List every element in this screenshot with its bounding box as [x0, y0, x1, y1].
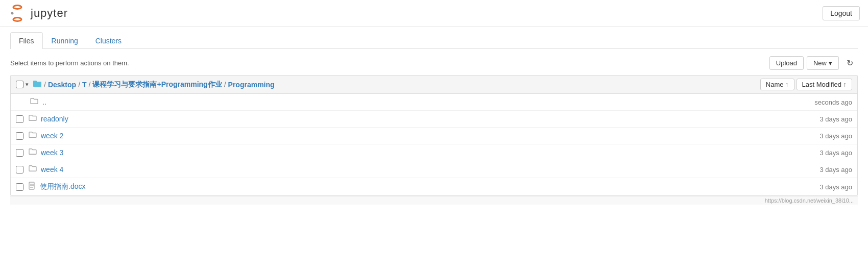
- svg-point-1: [13, 18, 21, 21]
- toolbar-right: Upload New ▾ ↻: [769, 55, 858, 71]
- folder-icon-week3: [29, 148, 37, 157]
- row-checkbox-docx[interactable]: [16, 183, 23, 191]
- file-link-week4[interactable]: week 4: [41, 165, 791, 173]
- breadcrumb-course[interactable]: 课程学习与要求指南+Programming作业: [92, 80, 222, 89]
- file-row-week4: week 4 3 days ago: [11, 161, 857, 178]
- checkbox-dropdown-icon[interactable]: ▾: [26, 81, 29, 88]
- row-checkbox-readonly[interactable]: [16, 115, 23, 123]
- toolbar: Select items to perform actions on them.…: [10, 55, 858, 71]
- breadcrumb-t[interactable]: T: [82, 81, 87, 89]
- row-checkbox-week2[interactable]: [16, 132, 23, 140]
- new-button[interactable]: New ▾: [807, 56, 839, 70]
- breadcrumb-sep-0: /: [44, 81, 46, 89]
- file-link-week2[interactable]: week 2: [41, 132, 791, 140]
- logout-button[interactable]: Logout: [823, 6, 860, 20]
- parent-folder-icon: [30, 97, 38, 107]
- logo: jupyter: [8, 4, 68, 22]
- file-row-week2: week 2 3 days ago: [11, 128, 857, 144]
- breadcrumb: / Desktop / T / 课程学习与要求指南+Programming作业 …: [33, 80, 760, 90]
- jupyter-logo-icon: [8, 4, 27, 22]
- new-dropdown-icon: ▾: [829, 59, 832, 67]
- header: jupyter Logout: [0, 0, 868, 27]
- breadcrumb-folder-icon: [33, 80, 42, 90]
- status-bar: https://blog.csdn.net/weixin_38i10...: [10, 196, 858, 205]
- file-modified-week3: 3 days ago: [791, 149, 852, 157]
- folder-icon-readonly: [29, 114, 37, 123]
- breadcrumb-sep-2: /: [89, 81, 91, 89]
- parent-dir-modified: seconds ago: [791, 98, 852, 106]
- refresh-button[interactable]: ↻: [842, 55, 858, 71]
- new-label: New: [813, 59, 827, 67]
- file-row-readonly: readonly 3 days ago: [11, 111, 857, 128]
- breadcrumb-sep-3: /: [224, 81, 226, 89]
- file-modified-week2: 3 days ago: [791, 132, 852, 140]
- header-checkbox-area: ▾: [16, 81, 29, 88]
- tab-clusters[interactable]: Clusters: [87, 32, 130, 49]
- select-all-checkbox[interactable]: [16, 81, 23, 88]
- file-modified-docx: 3 days ago: [791, 183, 852, 191]
- svg-point-0: [13, 6, 21, 9]
- svg-point-2: [11, 12, 14, 15]
- folder-icon-week4: [29, 165, 37, 174]
- main-content: Files Running Clusters Select items to p…: [0, 27, 868, 210]
- row-checkbox-week3[interactable]: [16, 149, 23, 157]
- file-row-week3: week 3 3 days ago: [11, 144, 857, 161]
- file-link-week3[interactable]: week 3: [41, 148, 791, 157]
- tab-bar: Files Running Clusters: [10, 32, 858, 49]
- file-list-container: ▾ / Desktop / T / 课程学习与要求指南+Programming作…: [10, 75, 858, 196]
- sort-name-button[interactable]: Name ↑: [760, 79, 794, 90]
- tab-files[interactable]: Files: [10, 32, 43, 49]
- select-hint: Select items to perform actions on them.: [10, 59, 129, 67]
- breadcrumb-sep-1: /: [78, 81, 80, 89]
- sort-modified-button[interactable]: Last Modified ↑: [797, 79, 852, 90]
- breadcrumb-desktop[interactable]: Desktop: [48, 81, 76, 89]
- file-link-readonly[interactable]: readonly: [41, 115, 791, 123]
- file-icon-docx: [29, 182, 36, 192]
- status-text: https://blog.csdn.net/weixin_38i10...: [765, 197, 854, 204]
- row-checkbox-week4[interactable]: [16, 166, 23, 173]
- logo-text: jupyter: [31, 7, 68, 20]
- file-modified-week4: 3 days ago: [791, 166, 852, 173]
- parent-dir-link[interactable]: ..: [42, 98, 791, 106]
- header-sort: Name ↑ Last Modified ↑: [760, 79, 852, 90]
- file-row-docx: 使用指南.docx 3 days ago: [11, 178, 857, 195]
- file-modified-readonly: 3 days ago: [791, 115, 852, 123]
- file-list-header: ▾ / Desktop / T / 课程学习与要求指南+Programming作…: [11, 76, 857, 94]
- parent-dir-row[interactable]: .. seconds ago: [11, 94, 857, 111]
- breadcrumb-current: Programming: [228, 81, 275, 89]
- file-link-docx[interactable]: 使用指南.docx: [40, 182, 791, 191]
- folder-icon-week2: [29, 131, 37, 140]
- tab-running[interactable]: Running: [43, 32, 87, 49]
- upload-button[interactable]: Upload: [769, 56, 804, 70]
